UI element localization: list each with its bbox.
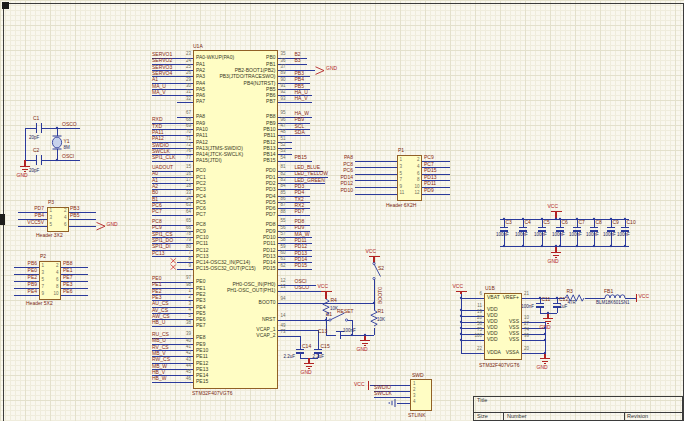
pin-number: 14	[281, 314, 286, 319]
gnd-label: GND	[537, 365, 548, 370]
title-block-size-label: Size	[477, 414, 488, 420]
pin-name: PB6	[190, 93, 276, 98]
switch-s2-ref: S2	[378, 266, 384, 271]
pin-number: 4	[160, 308, 191, 313]
pin-number: 3	[400, 165, 403, 170]
wire	[560, 219, 561, 227]
capacitor-plate	[607, 227, 615, 228]
wire	[542, 219, 543, 227]
pin-number: 2	[413, 388, 416, 393]
pin-name: PD3	[190, 187, 276, 192]
net-label: PE0	[10, 268, 37, 273]
pin-number: 84	[281, 184, 286, 189]
pin-number: 7	[42, 285, 45, 290]
wire	[397, 403, 410, 404]
wire	[355, 167, 397, 168]
cap-val: 100nF	[603, 233, 616, 238]
net-label: PD13	[295, 251, 308, 256]
net-label: PD12	[322, 181, 353, 186]
net-label: PB3	[70, 206, 79, 211]
pin-number: 93	[281, 97, 286, 102]
pin-number: 60	[281, 251, 286, 256]
wire	[292, 285, 316, 286]
pin-number: 78	[160, 232, 191, 237]
pin-number: 11	[462, 304, 482, 309]
pin-number: 6	[409, 172, 420, 177]
wire	[625, 219, 626, 227]
pin-name: PD4	[190, 194, 276, 199]
wire	[355, 194, 397, 195]
pin-number: 30	[160, 84, 191, 89]
net-label: B1	[152, 197, 158, 202]
pin-name: BOOT0	[190, 300, 276, 305]
pin-name: PD7	[190, 212, 276, 217]
resistor-r3-ref: R3	[567, 289, 573, 294]
wire	[152, 326, 193, 327]
cap-val: 100nF	[515, 233, 528, 238]
sheet-corner-marker	[2, 2, 9, 9]
pin-number: 22	[462, 347, 482, 352]
pin-number: 10	[524, 316, 529, 321]
pin-name: VSSA	[497, 350, 519, 355]
vcc-symbol	[555, 212, 556, 219]
capacitor-plate	[556, 227, 564, 228]
pin-number: 18	[160, 184, 191, 189]
pin-number: 91	[281, 84, 286, 89]
pin-name: PH1-OSC_OUT(PH1)	[190, 288, 276, 293]
pin-number: 64	[160, 210, 191, 215]
pin-number: 4	[413, 400, 416, 405]
title-block	[473, 396, 683, 421]
pin-number: 51	[281, 137, 286, 142]
pin-number: 86	[281, 197, 286, 202]
pin-number: 17	[160, 178, 191, 183]
wire	[504, 219, 505, 227]
capacitor-plate	[36, 123, 37, 133]
capacitor-plate	[500, 227, 508, 228]
pin-number: 67	[160, 111, 191, 116]
cap-c15-ref: C15	[321, 344, 330, 349]
pin-number: 21	[524, 292, 529, 297]
gnd-symbol	[543, 318, 553, 319]
net-label: PB5	[295, 84, 304, 89]
pin-number: 4	[48, 271, 59, 276]
pin-number: 87	[281, 203, 286, 208]
pin-number: 83	[281, 178, 286, 183]
pin-number: 10	[409, 185, 420, 190]
cap-ref: C8	[596, 220, 602, 225]
cap-c2-ref: C2	[33, 148, 39, 153]
capacitor-plate	[314, 349, 322, 350]
pin-number: 82	[281, 172, 286, 177]
capacitor-plate	[36, 155, 37, 165]
net-label: PD4	[295, 190, 305, 195]
pin-number: 33	[160, 191, 191, 196]
cap-c14-val: 2.2uF	[284, 355, 296, 360]
net-label: B3	[295, 58, 301, 63]
pin-number: 62	[281, 264, 286, 269]
pin-number: 9	[42, 292, 45, 297]
capacitor-plate	[296, 349, 304, 350]
pin-number: 65	[160, 219, 191, 224]
pin-number: 6	[462, 292, 482, 297]
pin-name: PE12	[196, 361, 208, 366]
wire	[461, 298, 484, 299]
pin-number: 56	[281, 226, 286, 231]
header-swd-refdes: SWD	[412, 373, 424, 378]
schematic-canvas[interactable]: U1ASTM32F407VGT6SERVO123PA0-WKUP(PA0)SER…	[0, 0, 684, 421]
pin-number: 98	[160, 283, 191, 288]
vcc-label: VCC	[318, 284, 329, 289]
pin-number: 1	[50, 209, 53, 214]
wire	[300, 336, 301, 349]
pin-number: 6	[48, 278, 59, 283]
wire	[57, 149, 58, 160]
pin-number: 71	[160, 137, 191, 142]
pin-number: 16	[160, 172, 191, 177]
wire	[69, 219, 96, 220]
cap-val: 100nF	[534, 233, 547, 238]
pin-number: 6	[56, 223, 67, 228]
pin-number: 8	[160, 257, 191, 262]
wire	[278, 161, 312, 162]
net-label: PD15	[424, 168, 437, 173]
pin-number: 7	[160, 251, 191, 256]
pin-number: 80	[160, 245, 191, 250]
pin-number: 100	[462, 334, 482, 339]
